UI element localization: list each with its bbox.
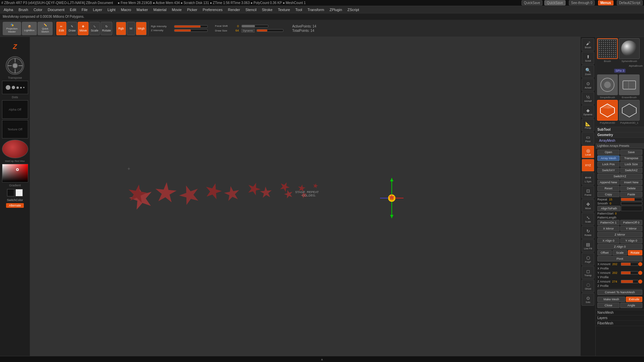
menu-material[interactable]: Material	[151, 7, 169, 12]
vert-xyz-btn[interactable]: XYZ	[582, 159, 594, 172]
menu-document[interactable]: Document	[45, 7, 67, 12]
menu-movie[interactable]: Movie	[169, 7, 184, 12]
make-mesh-btn[interactable]: Make Mesh	[597, 297, 625, 302]
vert-zoom-btn[interactable]: 🔍 Zoom	[582, 65, 594, 78]
vert-persp-btn[interactable]: 📐 Persp	[582, 119, 594, 131]
menu-transform[interactable]: Transform	[305, 7, 327, 12]
menu-picker[interactable]: Picker	[185, 7, 200, 12]
eraser-brush-thumb[interactable]	[619, 74, 640, 95]
vert-local-btn[interactable]: ◎ Local	[582, 145, 594, 158]
save-btn[interactable]: Save	[620, 149, 642, 155]
draw-size-slider[interactable]	[257, 29, 283, 32]
alpha-preview[interactable]: Alpha Off	[2, 100, 28, 119]
black-swatch[interactable]	[7, 189, 14, 196]
y-align-btn[interactable]: Y Align 0	[620, 238, 642, 243]
vert-transp-btn[interactable]: ◻ Transp	[582, 266, 594, 279]
polymesh3d-thumb[interactable]	[597, 100, 618, 121]
rotate-transform-btn[interactable]: Rotate	[628, 250, 642, 255]
lock-size-btn[interactable]: Lock Size	[620, 162, 642, 167]
smooth-slider[interactable]	[621, 202, 642, 205]
menu-zplugin[interactable]: ZPlugin	[327, 7, 344, 12]
vert-frame-btn[interactable]: ⊡ Frame	[582, 186, 594, 198]
menu-edit[interactable]: Edit	[67, 7, 78, 12]
projection-master-btn[interactable]: 🎭 Projection Master	[3, 22, 21, 35]
menu-stencil[interactable]: Stencil	[243, 7, 259, 12]
default-zscript[interactable]: DefaultZScript	[617, 0, 643, 5]
pattern-off-btn[interactable]: PatternOff 0	[620, 220, 642, 225]
vert-polyf-btn[interactable]: ⬡ PolyF	[582, 253, 594, 265]
rgb-intensity-slider[interactable]	[174, 25, 208, 28]
see-through[interactable]: See-through 0	[569, 0, 595, 5]
draw-btn[interactable]: ✎ Draw	[67, 22, 77, 35]
menu-preferences[interactable]: Preferences	[200, 7, 225, 12]
quicksave-btn2[interactable]: QuickSave	[544, 0, 565, 5]
copy-btn[interactable]: Copy	[597, 192, 620, 197]
layers-item[interactable]: Layers	[596, 315, 644, 321]
x-mirror-btn[interactable]: X Mirror	[597, 226, 620, 231]
scale-btn[interactable]: ⤡ Scale	[89, 22, 100, 35]
convert-nanomesh-btn[interactable]: Convert To NanoMesh	[597, 290, 642, 295]
vert-rotate-btn[interactable]: ↻ Rotate	[582, 226, 594, 239]
rgb-btn[interactable]: Rgb	[116, 22, 126, 35]
y-amount-lock[interactable]	[638, 271, 642, 275]
vert-aahalf-btn[interactable]: ½ AAHalf	[582, 92, 594, 105]
canvas-area[interactable]: STAGE COL. REPEAT DEG.	[30, 37, 580, 356]
menu-zscript[interactable]: ZScript	[345, 7, 362, 12]
delete-btn[interactable]: Delete	[620, 186, 642, 191]
m-btn[interactable]: M	[127, 22, 135, 35]
menu-stroke[interactable]: Stroke	[260, 7, 275, 12]
fibermesh-item[interactable]: FiberMesh	[596, 321, 644, 326]
switch-yz-btn[interactable]: SwitchYZ	[597, 174, 642, 179]
texture-preview[interactable]: Texture Off	[2, 120, 28, 138]
x-align-btn[interactable]: X Align 0	[597, 238, 620, 243]
vert-brush-btn[interactable]: 🖌 Brush	[582, 38, 594, 51]
z-intensity-slider[interactable]	[174, 29, 208, 32]
vert-lsym-btn[interactable]: ⟺ L Sym	[582, 172, 594, 185]
menu-layer[interactable]: Layer	[91, 7, 105, 12]
z-align-btn[interactable]: Z Align 0	[597, 244, 642, 249]
reset-btn[interactable]: Reset	[597, 186, 620, 191]
alternate-btn[interactable]: Alternate	[6, 203, 23, 208]
vert-ghost-btn[interactable]: ◌ Ghost	[582, 280, 594, 292]
vert-solo-btn[interactable]: ⊙ Solo	[582, 293, 594, 306]
menu-marker[interactable]: Marker	[134, 7, 150, 12]
quicksave-btn1[interactable]: QuickSave	[522, 0, 542, 5]
vert-scroll-btn[interactable]: ⬆ Scroll	[582, 52, 594, 64]
transpose-btn[interactable]: Transpose	[620, 156, 642, 161]
switch-xz-btn[interactable]: SwitchXZ	[620, 168, 642, 173]
open-btn[interactable]: Open	[597, 149, 620, 155]
x-amount-lock[interactable]	[638, 262, 642, 266]
vert-floor-btn[interactable]: ▭ Floor	[582, 132, 594, 145]
z-amount-slider[interactable]	[621, 280, 638, 283]
lightbox-btn[interactable]: 📦 LightBox	[22, 22, 37, 35]
menu-file[interactable]: File	[79, 7, 90, 12]
focal-shift-slider[interactable]	[241, 25, 268, 27]
lock-pos-btn[interactable]: Lock Pos	[597, 162, 620, 167]
sphere-brush-thumb[interactable]	[619, 38, 640, 59]
vert-actual-btn[interactable]: ⊙ Actual	[582, 78, 594, 91]
quick-sketch-btn[interactable]: ✏️ Quick Sketch	[38, 22, 53, 35]
main-brush-thumb[interactable]	[597, 38, 618, 59]
offset-btn[interactable]: Offset	[597, 250, 612, 255]
menu-light[interactable]: Light	[105, 7, 118, 12]
menu-tool[interactable]: Tool	[293, 7, 305, 12]
pattern-on-btn[interactable]: PatternOn 1	[597, 220, 620, 225]
angle-btn[interactable]: Angle	[620, 303, 642, 308]
menu-alpha[interactable]: Alpha	[1, 7, 15, 12]
edit-btn[interactable]: ✏ Edit	[56, 22, 66, 35]
nanomesh-item[interactable]: NanoMesh	[596, 310, 644, 315]
insert-new-btn[interactable]: Insert New	[620, 180, 642, 185]
close-btn[interactable]: Close	[597, 303, 620, 308]
x-amount-slider[interactable]	[621, 262, 638, 266]
z-amount-lock[interactable]	[638, 280, 642, 284]
menu-macro[interactable]: Macro	[118, 7, 133, 12]
white-swatch[interactable]	[15, 189, 23, 196]
mrgb-btn[interactable]: Mrgb	[136, 22, 147, 35]
z-mirror-btn[interactable]: Z Mirror	[597, 232, 642, 237]
move-btn[interactable]: ✥ Move	[78, 22, 89, 35]
y-amount-slider[interactable]	[621, 271, 638, 275]
append-new-btn[interactable]: Append New	[597, 180, 620, 185]
extrude-btn[interactable]: Extrude	[626, 297, 642, 302]
menu-texture[interactable]: Texture	[275, 7, 292, 12]
switch-xy-btn[interactable]: SwitchXY	[597, 168, 620, 173]
